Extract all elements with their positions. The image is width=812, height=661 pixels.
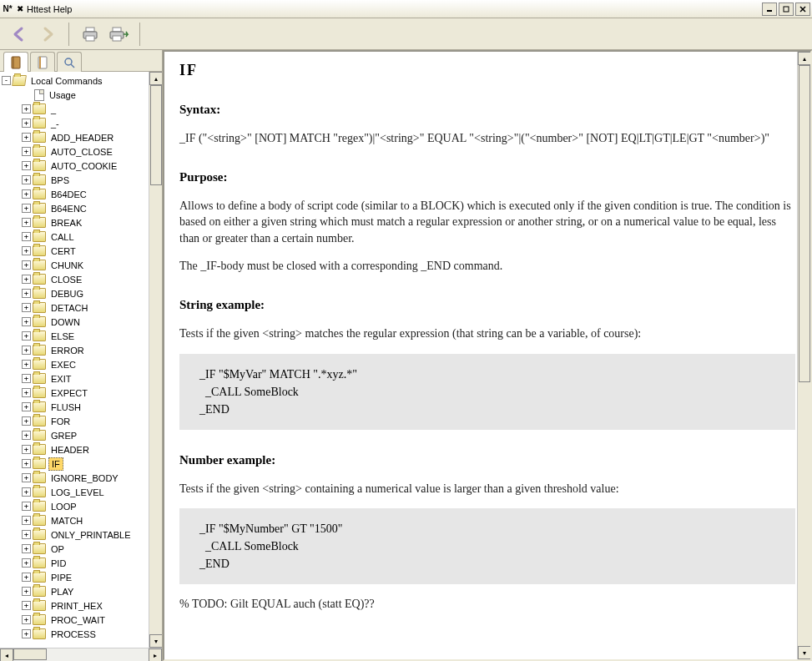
expand-icon[interactable]: +: [22, 587, 31, 596]
expand-icon[interactable]: +: [22, 502, 31, 511]
tree-horizontal-scrollbar[interactable]: ◂ ▸: [0, 648, 162, 661]
tree-item-exit[interactable]: +EXIT: [2, 371, 160, 386]
tree-item-close[interactable]: +CLOSE: [2, 272, 160, 286]
expand-icon[interactable]: +: [22, 431, 31, 440]
tree-item-error[interactable]: +ERROR: [2, 343, 160, 357]
expand-icon[interactable]: +: [22, 289, 31, 298]
tab-search[interactable]: [57, 52, 82, 72]
tab-contents[interactable]: [3, 52, 28, 72]
expand-icon[interactable]: +: [22, 147, 31, 156]
expand-icon[interactable]: +: [22, 133, 31, 142]
expand-icon[interactable]: +: [22, 402, 31, 411]
tree-item-op[interactable]: +OP: [2, 542, 160, 556]
tree-item-b64dec[interactable]: +B64DEC: [2, 187, 160, 201]
tree-vertical-scrollbar[interactable]: ▴ ▾: [149, 72, 162, 648]
back-button[interactable]: [7, 22, 32, 47]
tree-item-cert[interactable]: +CERT: [2, 244, 160, 258]
tree-item-else[interactable]: +ELSE: [2, 329, 160, 343]
help-content[interactable]: IF Syntax: _IF ("<string>" [NOT] MATCH "…: [164, 52, 810, 659]
expand-icon[interactable]: +: [22, 487, 31, 497]
content-scroll-up-icon[interactable]: ▴: [798, 52, 811, 65]
tree-item-header[interactable]: +HEADER: [2, 442, 160, 457]
collapse-icon[interactable]: -: [2, 76, 11, 85]
tree-item-process[interactable]: +PROCESS: [2, 627, 160, 641]
tree-item-detach[interactable]: +DETACH: [2, 300, 160, 315]
tree-item-ignore-body[interactable]: +IGNORE_BODY: [2, 471, 160, 485]
expand-icon[interactable]: +: [22, 161, 31, 170]
tree-item-pipe[interactable]: +PIPE: [2, 570, 160, 584]
tree-item-exec[interactable]: +EXEC: [2, 357, 160, 371]
expand-icon[interactable]: +: [22, 246, 31, 255]
scroll-thumb-h[interactable]: [13, 648, 47, 660]
expand-icon[interactable]: +: [22, 303, 31, 312]
maximize-button[interactable]: [779, 3, 794, 16]
tree-item---[interactable]: +_-: [2, 116, 160, 130]
content-scroll-thumb[interactable]: [799, 65, 810, 382]
expand-icon[interactable]: +: [22, 573, 31, 582]
expand-icon[interactable]: +: [22, 175, 31, 184]
scroll-left-icon[interactable]: ◂: [0, 648, 13, 661]
expand-icon[interactable]: +: [22, 374, 31, 383]
content-vertical-scrollbar[interactable]: ▴ ▾: [797, 52, 810, 659]
tree-view[interactable]: - Local Commands Usage +_+_-+ADD_HEADER+…: [0, 72, 162, 648]
tree-root[interactable]: - Local Commands: [2, 73, 160, 88]
expand-icon[interactable]: +: [22, 119, 31, 128]
tree-item-only-printable[interactable]: +ONLY_PRINTABLE: [2, 527, 160, 542]
tree-item-if[interactable]: +IF: [2, 457, 160, 471]
expand-icon[interactable]: +: [22, 601, 31, 610]
expand-icon[interactable]: +: [22, 204, 31, 213]
tree-item--[interactable]: +_: [2, 102, 160, 116]
tree-item-call[interactable]: +CALL: [2, 230, 160, 244]
expand-icon[interactable]: +: [22, 360, 31, 369]
tab-index[interactable]: [30, 52, 55, 72]
expand-icon[interactable]: +: [22, 516, 31, 525]
tree-item-grep[interactable]: +GREP: [2, 428, 160, 442]
expand-icon[interactable]: +: [22, 388, 31, 397]
scroll-up-icon[interactable]: ▴: [149, 72, 162, 85]
tree-item-flush[interactable]: +FLUSH: [2, 400, 160, 414]
tree-item-debug[interactable]: +DEBUG: [2, 286, 160, 300]
expand-icon[interactable]: +: [22, 189, 31, 199]
expand-icon[interactable]: +: [22, 445, 31, 454]
tree-item-b64enc[interactable]: +B64ENC: [2, 201, 160, 215]
tree-item-bps[interactable]: +BPS: [2, 173, 160, 187]
expand-icon[interactable]: +: [22, 530, 31, 539]
tree-item-down[interactable]: +DOWN: [2, 315, 160, 329]
tree-item-proc-wait[interactable]: +PROC_WAIT: [2, 613, 160, 627]
tree-item-log-level[interactable]: +LOG_LEVEL: [2, 485, 160, 499]
tree-item-break[interactable]: +BREAK: [2, 215, 160, 230]
tree-item-auto-close[interactable]: +AUTO_CLOSE: [2, 144, 160, 159]
expand-icon[interactable]: +: [22, 416, 31, 426]
print-button[interactable]: [78, 22, 103, 47]
tree-item-loop[interactable]: +LOOP: [2, 499, 160, 513]
scroll-down-icon[interactable]: ▾: [149, 634, 162, 648]
expand-icon[interactable]: +: [22, 615, 31, 624]
forward-button[interactable]: [35, 22, 60, 47]
scroll-thumb[interactable]: [150, 85, 162, 185]
tree-item-play[interactable]: +PLAY: [2, 584, 160, 598]
expand-icon[interactable]: +: [22, 260, 31, 270]
expand-icon[interactable]: +: [22, 317, 31, 326]
expand-icon[interactable]: +: [22, 104, 31, 114]
expand-icon[interactable]: +: [22, 558, 31, 568]
tree-item-add-header[interactable]: +ADD_HEADER: [2, 130, 160, 144]
tree-item-chunk[interactable]: +CHUNK: [2, 258, 160, 272]
close-button[interactable]: [795, 3, 810, 16]
scroll-right-icon[interactable]: ▸: [149, 648, 162, 661]
expand-icon[interactable]: +: [22, 459, 31, 468]
expand-icon[interactable]: +: [22, 218, 31, 227]
tree-item-for[interactable]: +FOR: [2, 414, 160, 428]
tree-item-match[interactable]: +MATCH: [2, 513, 160, 527]
tree-item-expect[interactable]: +EXPECT: [2, 386, 160, 400]
expand-icon[interactable]: +: [22, 544, 31, 553]
content-scroll-down-icon[interactable]: ▾: [798, 646, 811, 659]
expand-icon[interactable]: +: [22, 473, 31, 482]
tree-item-print-hex[interactable]: +PRINT_HEX: [2, 598, 160, 613]
tree-item-pid[interactable]: +PID: [2, 556, 160, 570]
expand-icon[interactable]: +: [22, 629, 31, 638]
tree-item-auto-cookie[interactable]: +AUTO_COOKIE: [2, 159, 160, 173]
minimize-button[interactable]: [762, 3, 777, 16]
expand-icon[interactable]: +: [22, 232, 31, 241]
tree-item-usage[interactable]: Usage: [2, 88, 160, 102]
expand-icon[interactable]: +: [22, 275, 31, 284]
